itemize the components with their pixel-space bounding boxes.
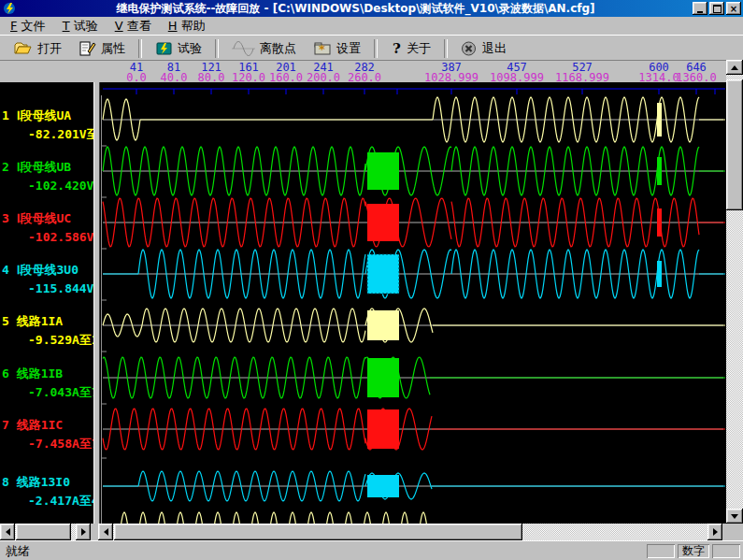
channel-1-range: -82.201V至8	[2, 127, 93, 141]
waveform-channel-3	[103, 198, 725, 247]
channel-6-name: 6 线路1IB	[2, 366, 63, 381]
test-lightning-icon	[155, 41, 173, 56]
cursor-bar-ch2[interactable]	[657, 157, 662, 185]
channel-2-range: -102.420V至	[2, 179, 93, 193]
bottom-scrollbar-row	[0, 524, 743, 540]
channel-5-name: 5 线路1IA	[2, 314, 63, 328]
menu-accelerator: V	[115, 19, 123, 33]
time-ruler[interactable]: 410.08140.012180.0161120.0201160.0241200…	[0, 60, 726, 83]
toolbar-button-label: 试验	[178, 40, 202, 57]
toolbar-button-label: 退出	[482, 40, 507, 57]
menu-bar: F 文件T 试验V 查看H 帮助	[0, 17, 743, 35]
vertical-scrollbar[interactable]	[726, 60, 743, 524]
about-button[interactable]: ?关于	[382, 38, 439, 59]
wave-scroll-thumb[interactable]	[114, 524, 522, 540]
waveform-scrollbar[interactable]	[98, 524, 722, 540]
label-scroll-thumb[interactable]	[16, 524, 71, 540]
gap-marker-block-ch5[interactable]	[367, 310, 399, 340]
window-title: 继电保护测试系统--故障回放 - [C:\WINDOWS\Desktop\测试软…	[19, 1, 693, 17]
channel-3-range: -102.586V至	[2, 230, 93, 244]
ruler-tick-line	[103, 89, 725, 94]
channel-3-name: 3 Ⅰ段母线UC	[2, 211, 71, 225]
settings-folder-icon: *	[313, 41, 332, 56]
minimize-icon	[697, 11, 703, 13]
status-bar: 就绪 数字	[0, 540, 743, 560]
menu-accelerator: H	[168, 19, 178, 33]
label-scrollbar[interactable]	[0, 524, 91, 540]
gap-marker-block-ch8[interactable]	[367, 475, 399, 497]
gap-marker-block-ch2[interactable]	[367, 152, 399, 190]
discrete-points-button[interactable]: 离散点	[223, 38, 305, 59]
right-arrow-icon	[81, 528, 86, 536]
toolbar: 打开属性试验离散点*设置?关于退出	[0, 35, 743, 61]
waveform-channel-6	[103, 357, 725, 398]
menu-item-文件[interactable]: F 文件	[2, 17, 54, 36]
svg-text:?: ?	[393, 41, 401, 56]
vscroll-thumb[interactable]	[726, 79, 743, 210]
app-lightning-icon	[3, 2, 16, 15]
channel-label-panel: 1 Ⅰ段母线UA-82.201V至82 Ⅰ段母线UB-102.420V至3 Ⅰ段…	[0, 82, 93, 524]
test-button[interactable]: 试验	[147, 38, 210, 59]
status-text: 就绪	[0, 543, 647, 560]
wave-scroll-right-button[interactable]	[707, 524, 722, 540]
gap-marker-block-ch6[interactable]	[367, 358, 399, 397]
properties-button[interactable]: 属性	[70, 38, 134, 59]
title-bar[interactable]: 继电保护测试系统--故障回放 - [C:\WINDOWS\Desktop\测试软…	[0, 0, 743, 17]
up-arrow-icon	[731, 65, 738, 70]
status-panel	[647, 544, 675, 558]
left-arrow-icon	[6, 528, 10, 536]
close-button[interactable]: ×	[726, 2, 741, 15]
scrollbar-splitter[interactable]	[91, 524, 98, 540]
menu-label: 查看	[123, 19, 151, 33]
scroll-down-button[interactable]	[726, 509, 743, 524]
waveform-channel-9	[120, 512, 430, 524]
menu-item-查看[interactable]: V 查看	[107, 17, 160, 36]
open-button[interactable]: 打开	[6, 38, 70, 59]
label-scroll-left-button[interactable]	[0, 524, 15, 540]
svg-text:*: *	[319, 42, 325, 56]
channel-2-name: 2 Ⅰ段母线UB	[2, 160, 71, 174]
cursor-bar-ch3[interactable]	[657, 208, 662, 237]
waveform-channel-5	[103, 309, 725, 342]
waveform-channel-4	[103, 250, 725, 298]
toolbar-button-label: 关于	[407, 40, 431, 57]
exit-icon	[461, 41, 478, 56]
status-panels: 数字	[647, 544, 743, 558]
minimize-button[interactable]	[693, 2, 707, 15]
status-panel	[712, 544, 740, 558]
waveform-channel-2	[103, 147, 725, 195]
waveform-area[interactable]: 1 Ⅰ段母线UA-82.201V至82 Ⅰ段母线UB-102.420V至3 Ⅰ段…	[0, 82, 726, 524]
cursor-bar-ch4[interactable]	[657, 261, 662, 287]
restore-icon	[713, 5, 722, 13]
toolbar-button-label: 设置	[336, 40, 361, 57]
exit-button[interactable]: 退出	[452, 38, 515, 59]
settings-button[interactable]: *设置	[305, 38, 369, 59]
toolbar-button-label: 属性	[101, 40, 125, 57]
channel-4-name: 4 Ⅰ段母线3U0	[2, 263, 79, 277]
sine-wave-icon	[232, 41, 255, 56]
left-arrow-icon	[104, 528, 108, 536]
properties-icon	[79, 41, 96, 56]
menu-label: 文件	[17, 19, 45, 33]
gap-marker-block-ch7[interactable]	[367, 409, 399, 449]
gap-marker-block-ch3[interactable]	[367, 204, 399, 241]
panel-splitter[interactable]	[93, 82, 100, 524]
menu-label: 试验	[70, 19, 98, 33]
toolbar-button-label: 离散点	[260, 40, 296, 57]
gap-marker-block-ch4[interactable]	[367, 254, 399, 294]
channel-1-name: 1 Ⅰ段母线UA	[2, 108, 71, 122]
cursor-bar-ch1[interactable]	[657, 103, 662, 136]
channel-4-range: -115.844V至	[2, 281, 93, 295]
channel-6-range: -7.043A至7.	[2, 385, 93, 399]
scrollbar-corner	[726, 524, 743, 540]
menu-item-试验[interactable]: T 试验	[54, 17, 107, 36]
waveform-canvas[interactable]	[101, 82, 725, 524]
wave-scroll-left-button[interactable]	[98, 524, 113, 540]
scroll-up-button[interactable]	[726, 60, 743, 75]
waveform-channel-7	[103, 409, 725, 450]
label-scroll-right-button[interactable]	[76, 524, 91, 540]
restore-button[interactable]	[709, 2, 724, 15]
toolbar-separator	[215, 39, 219, 58]
menu-item-帮助[interactable]: H 帮助	[160, 17, 214, 36]
open-folder-icon	[14, 41, 33, 56]
